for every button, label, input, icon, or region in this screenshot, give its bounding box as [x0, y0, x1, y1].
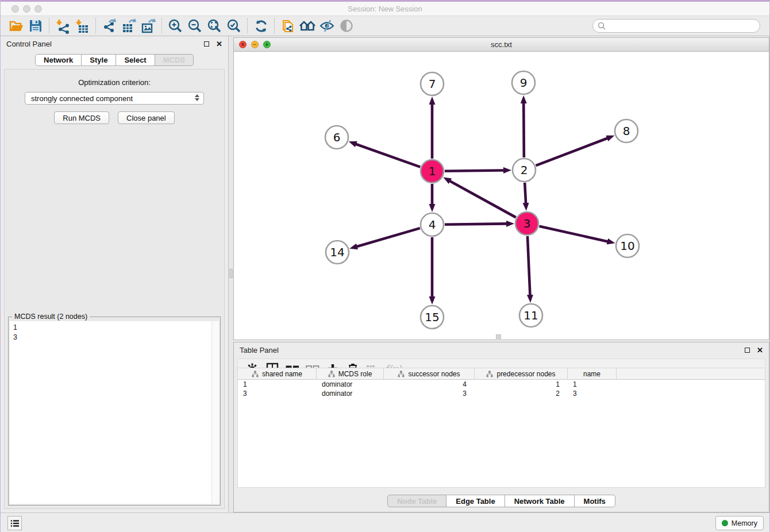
- mcds-result-groupbox: MCDS result (2 nodes) 1 3: [8, 317, 221, 506]
- graph-node-label-6: 6: [333, 130, 341, 144]
- table-cell[interactable]: 1: [475, 380, 568, 389]
- memory-label: Memory: [732, 519, 757, 527]
- optimization-criterion-label: Optimization criterion:: [5, 78, 224, 87]
- import-table-button[interactable]: [72, 17, 92, 34]
- table-close-icon[interactable]: ✕: [757, 348, 763, 353]
- column-type-icon: [328, 371, 335, 377]
- export-table-button[interactable]: [119, 17, 138, 34]
- table-cell[interactable]: 2: [475, 389, 568, 398]
- graph-edge-1-2[interactable]: [445, 170, 504, 171]
- graph-node-label-3: 3: [523, 217, 531, 230]
- zoom-out-icon: [187, 18, 203, 34]
- table-tabs: Node Table Edge Table Network Table Moti…: [387, 495, 615, 507]
- export-network-button[interactable]: [99, 17, 119, 34]
- tab-network-table[interactable]: Network Table: [505, 495, 575, 507]
- graph-edge-4-3[interactable]: [445, 223, 507, 224]
- graph-edge-1-6[interactable]: [356, 144, 420, 167]
- network-canvas[interactable]: 1234678910111415: [234, 52, 769, 340]
- table-cell[interactable]: 3: [238, 389, 317, 398]
- table-cell[interactable]: dominator: [317, 389, 384, 398]
- table-row[interactable]: 3dominator323: [238, 389, 765, 398]
- zoom-fit-button[interactable]: [205, 17, 224, 34]
- tab-style[interactable]: Style: [82, 54, 116, 66]
- graph-node-label-9: 9: [520, 76, 528, 90]
- graph-edge-2-9[interactable]: [523, 103, 524, 157]
- control-panel: Control Panel ✕ Network Style Select MCD…: [1, 36, 229, 512]
- panel-divider[interactable]: [229, 36, 233, 512]
- open-session-button[interactable]: [6, 17, 26, 34]
- save-icon: [28, 18, 43, 33]
- graph-edge-3-10[interactable]: [539, 226, 607, 242]
- show-all-button[interactable]: [337, 17, 356, 34]
- eye-slash-icon: [319, 18, 335, 33]
- table-cell[interactable]: 1: [568, 380, 617, 389]
- export-network-icon: [102, 18, 117, 34]
- table-row[interactable]: 1dominator411: [238, 380, 765, 389]
- column-header-predecessor-nodes[interactable]: predecessor nodes: [475, 368, 568, 379]
- zoom-in-button[interactable]: [165, 17, 185, 34]
- tab-motifs[interactable]: Motifs: [575, 495, 615, 507]
- graph-edge-2-3[interactable]: [525, 183, 526, 203]
- graph-node-label-14: 14: [330, 245, 344, 259]
- criterion-dropdown[interactable]: strongly connected component: [25, 92, 204, 105]
- divider-grip-icon[interactable]: [229, 269, 233, 278]
- toolbar-separator: [95, 18, 96, 33]
- search-input[interactable]: [609, 22, 755, 30]
- export-image-button[interactable]: [138, 17, 158, 34]
- table-cell[interactable]: dominator: [317, 380, 384, 389]
- tab-node-table[interactable]: Node Table: [387, 495, 446, 507]
- search-field[interactable]: [592, 19, 760, 33]
- column-header-shared-name[interactable]: shared name: [238, 368, 317, 379]
- tab-mcds[interactable]: MCDS: [155, 54, 194, 66]
- float-panel-icon[interactable]: [204, 41, 209, 47]
- graph-edge-2-8[interactable]: [536, 138, 608, 165]
- zoom-selected-button[interactable]: [224, 17, 244, 34]
- clone-network-button[interactable]: [278, 17, 298, 34]
- import-network-button[interactable]: [53, 17, 72, 34]
- zoom-out-button[interactable]: [185, 17, 205, 34]
- mcds-result-textarea[interactable]: 1 3: [10, 321, 219, 504]
- column-header-name[interactable]: name: [568, 368, 617, 379]
- network-title: scc.txt: [234, 40, 769, 49]
- table-cell[interactable]: 3: [568, 389, 617, 398]
- close-panel-icon[interactable]: ✕: [216, 41, 222, 47]
- graph-edge-3-11[interactable]: [528, 236, 530, 295]
- tab-edge-table[interactable]: Edge Table: [446, 495, 505, 507]
- column-label: MCDS role: [338, 370, 372, 378]
- memory-status-icon: [722, 520, 728, 526]
- table-cell[interactable]: 4: [384, 380, 475, 389]
- column-label: predecessor nodes: [496, 370, 555, 378]
- column-header-MCDS-role[interactable]: MCDS role: [317, 368, 384, 379]
- titlebar: Session: New Session: [1, 2, 769, 16]
- list-icon: [10, 519, 20, 527]
- import-table-icon: [75, 18, 90, 34]
- column-type-icon: [398, 371, 405, 377]
- graph-node-label-15: 15: [425, 310, 439, 324]
- table-float-icon[interactable]: [745, 348, 750, 353]
- canvas-scrollbar-thumb[interactable]: [496, 334, 501, 339]
- import-network-icon: [55, 18, 71, 34]
- graph-edge-3-1[interactable]: [450, 181, 516, 217]
- first-neighbors-button[interactable]: [298, 17, 317, 34]
- save-session-button[interactable]: [26, 17, 45, 34]
- export-table-icon: [121, 18, 137, 34]
- hide-selected-button[interactable]: [317, 17, 337, 34]
- column-type-icon: [252, 371, 259, 377]
- tab-select[interactable]: Select: [116, 54, 155, 66]
- apply-layout-button[interactable]: [251, 17, 271, 34]
- main-toolbar: [1, 16, 769, 36]
- table-panel: Table Panel ✕: [233, 342, 769, 512]
- show-task-history-button[interactable]: [7, 516, 22, 530]
- memory-button[interactable]: Memory: [715, 516, 764, 530]
- run-mcds-button[interactable]: Run MCDS: [54, 111, 109, 124]
- table-cell[interactable]: 3: [384, 389, 475, 398]
- close-panel-button[interactable]: Close panel: [118, 111, 175, 124]
- tab-network[interactable]: Network: [35, 54, 82, 66]
- clone-network-icon: [280, 18, 296, 34]
- result-scrollbar[interactable]: [211, 321, 219, 504]
- column-header-successor-nodes[interactable]: successor nodes: [384, 368, 475, 379]
- table-cell[interactable]: 1: [238, 380, 317, 389]
- graph-node-label-1: 1: [429, 164, 436, 178]
- graph-edge-4-14[interactable]: [357, 228, 420, 246]
- eye-disabled-icon: [338, 18, 355, 33]
